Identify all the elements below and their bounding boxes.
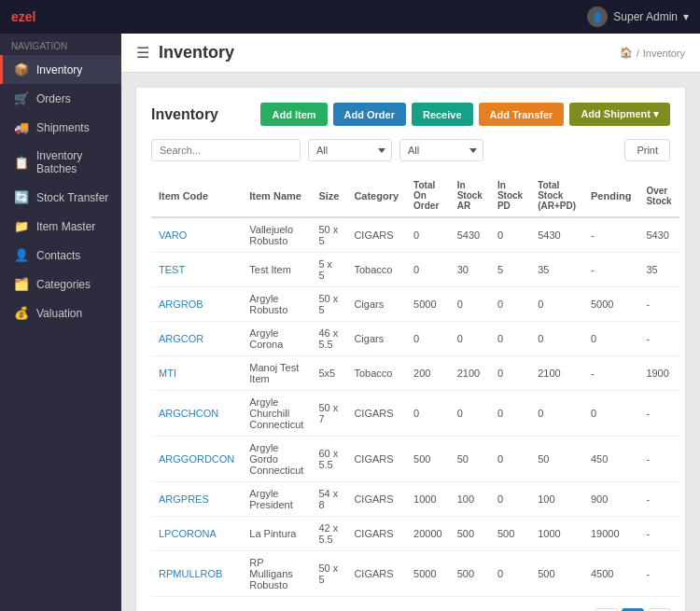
cell-in-stock-pd: 0 <box>490 356 530 391</box>
categories-icon: 🗂️ <box>14 277 29 291</box>
shipments-icon: 🚚 <box>14 120 29 134</box>
sidebar-item-shipments[interactable]: 🚚 Shipments <box>0 113 121 142</box>
cell-over-stock: - <box>638 482 679 517</box>
sidebar-item-orders[interactable]: 🛒 Orders <box>0 84 121 113</box>
hamburger-menu[interactable]: ☰ <box>136 44 149 62</box>
cell-in-stock-ar: 0 <box>450 391 490 437</box>
content-area: ☰ Inventory 🏠 / Inventory Inventory Add … <box>121 34 700 611</box>
cell-in-stock-ar: 0 <box>450 287 490 322</box>
user-name: Super Admin <box>613 10 678 23</box>
item-code-link[interactable]: LPCORONA <box>159 528 217 539</box>
cell-over-stock: - <box>638 437 679 482</box>
cell-category: Cigars <box>346 322 406 356</box>
cell-pending: 0 <box>583 322 638 356</box>
item-code-link[interactable]: ARGGORDCON <box>159 453 234 465</box>
cell-total-on-order: 200 <box>406 356 450 391</box>
cell-category: Cigars <box>346 287 406 322</box>
cell-code: ARGCOR <box>151 322 242 356</box>
cell-pending: - <box>583 356 638 391</box>
table-row: RPMULLROB RP Mulligans Robusto 50 x 5 CI… <box>151 551 679 597</box>
cell-code: MTI <box>151 356 242 391</box>
cell-over-stock: 1900 <box>638 356 679 391</box>
cell-category: CIGARS <box>346 551 406 597</box>
sidebar-item-inventory-batches[interactable]: 📋 Inventory Batches <box>0 142 121 183</box>
item-code-link[interactable]: MTI <box>159 368 176 379</box>
search-input[interactable] <box>151 139 301 161</box>
cell-name: Argyle Churchill Connecticut <box>242 391 311 437</box>
cell-in-stock-pd: 0 <box>490 217 530 253</box>
orders-icon: 🛒 <box>14 91 29 105</box>
sidebar-item-valuation[interactable]: 💰 Valuation <box>0 299 121 327</box>
table-row: ARGPRES Argyle President 54 x 8 CIGARS 1… <box>151 482 679 517</box>
action-buttons: Add Item Add Order Receive Add Transfer … <box>260 103 670 126</box>
user-info[interactable]: 👤 Super Admin ▾ <box>587 7 689 27</box>
header-left: ☰ Inventory <box>136 43 234 62</box>
filter-select-1[interactable]: All <box>308 139 392 161</box>
item-code-link[interactable]: VARO <box>159 229 187 241</box>
cell-total-on-order: 500 <box>406 437 450 482</box>
cell-in-stock-ar: 100 <box>450 482 490 517</box>
header-bar: ☰ Inventory 🏠 / Inventory <box>121 34 700 73</box>
item-code-link[interactable]: TEST <box>159 264 185 275</box>
cell-category: CIGARS <box>346 437 406 482</box>
sidebar-item-label: Contacts <box>36 249 80 262</box>
cell-code: RPMULLROB <box>151 551 242 597</box>
cell-total-stock: 0 <box>530 391 583 437</box>
sidebar-item-label: Valuation <box>36 307 82 320</box>
table-row: LPCORONA La Pintura 42 x 5.5 CIGARS 2000… <box>151 517 679 551</box>
sidebar-item-label: Shipments <box>36 121 90 134</box>
item-code-link[interactable]: ARGCOR <box>159 333 203 344</box>
cell-total-on-order: 20000 <box>406 517 450 551</box>
cell-over-stock: 35 <box>638 253 679 287</box>
table-row: TEST Test Item 5 x 5 Tobacco 0 30 5 35 -… <box>151 253 679 287</box>
cell-in-stock-ar: 500 <box>450 551 490 597</box>
cell-name: Argyle Corona <box>242 322 311 356</box>
cell-total-on-order: 0 <box>406 253 450 287</box>
sidebar-item-stock-transfer[interactable]: 🔄 Stock Transfer <box>0 183 121 212</box>
sidebar-item-contacts[interactable]: 👤 Contacts <box>0 241 121 270</box>
filters-row: All All Print <box>151 139 670 161</box>
sidebar-item-inventory[interactable]: 📦 Inventory <box>0 55 121 84</box>
cell-pending: - <box>583 217 638 253</box>
cell-over-stock: - <box>638 322 679 356</box>
cell-in-stock-pd: 0 <box>490 322 530 356</box>
sidebar-item-item-master[interactable]: 📁 Item Master <box>0 212 121 241</box>
col-item-code: Item Code <box>151 174 242 217</box>
cell-pending: - <box>583 253 638 287</box>
cell-pending: 450 <box>583 437 638 482</box>
cell-name: La Pintura <box>242 517 311 551</box>
receive-button[interactable]: Receive <box>412 103 473 126</box>
stock-transfer-icon: 🔄 <box>14 190 29 204</box>
col-item-name: Item Name <box>242 174 311 217</box>
cell-total-stock: 35 <box>530 253 583 287</box>
cell-size: 50 x 7 <box>311 391 346 437</box>
filter-select-2[interactable]: All <box>399 139 483 161</box>
cell-size: 60 x 5.5 <box>311 437 346 482</box>
contacts-icon: 👤 <box>14 248 29 262</box>
cell-category: CIGARS <box>346 391 406 437</box>
item-code-link[interactable]: ARGPRES <box>159 493 209 505</box>
add-order-button[interactable]: Add Order <box>333 103 406 126</box>
cell-category: CIGARS <box>346 482 406 517</box>
item-code-link[interactable]: RPMULLROB <box>159 568 222 579</box>
inventory-batches-icon: 📋 <box>14 156 29 170</box>
cell-over-stock: - <box>638 517 679 551</box>
inventory-icon: 📦 <box>14 62 29 76</box>
cell-name: RP Mulligans Robusto <box>242 551 311 597</box>
add-transfer-button[interactable]: Add Transfer <box>479 103 565 126</box>
print-button[interactable]: Print <box>624 139 670 161</box>
cell-total-on-order: 1000 <box>406 482 450 517</box>
add-item-button[interactable]: Add Item <box>260 103 327 126</box>
item-code-link[interactable]: ARGROB <box>159 299 203 310</box>
sidebar-item-label: Orders <box>36 92 71 105</box>
sidebar-item-categories[interactable]: 🗂️ Categories <box>0 270 121 299</box>
item-code-link[interactable]: ARGCHCON <box>159 408 218 419</box>
page-title: Inventory <box>159 43 234 62</box>
add-shipment-button[interactable]: Add Shipment ▾ <box>569 103 670 126</box>
user-dropdown-icon[interactable]: ▾ <box>683 10 689 23</box>
cell-code: VARO <box>151 217 242 253</box>
cell-in-stock-ar: 30 <box>450 253 490 287</box>
cell-in-stock-pd: 500 <box>490 517 530 551</box>
inventory-panel: Inventory Add Item Add Order Receive Add… <box>136 88 685 611</box>
sidebar-item-label: Stock Transfer <box>36 191 108 204</box>
